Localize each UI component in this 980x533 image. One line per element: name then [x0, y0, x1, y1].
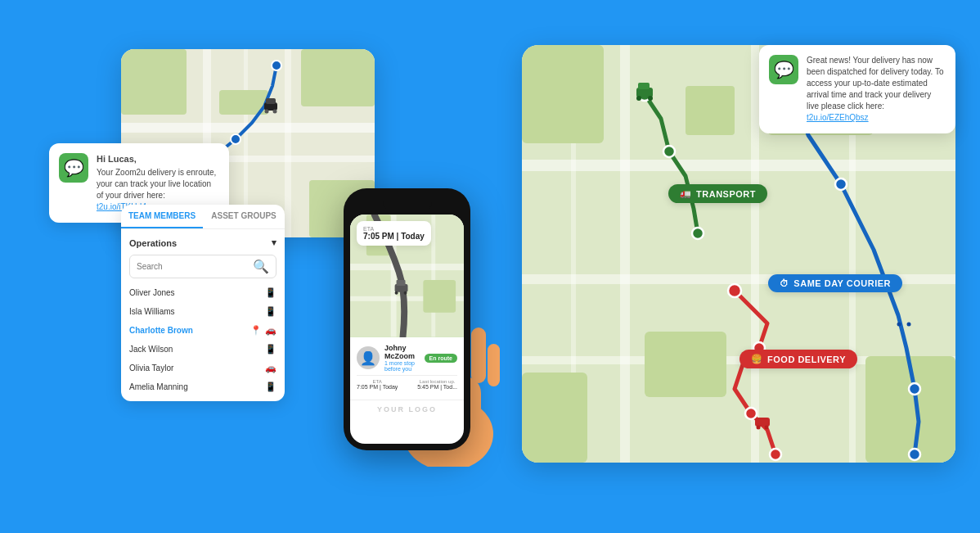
en-route-badge: En route — [425, 354, 457, 363]
food-label: 🍔 FOOD DELIVERY — [739, 350, 857, 368]
member-jack[interactable]: Jack Wilson 📱 — [129, 340, 276, 359]
sameday-label: ⏱ SAME DAY COURIER — [768, 274, 902, 292]
svg-point-64 — [395, 291, 398, 295]
svg-point-47 — [636, 96, 641, 101]
phone-screen: ETA 7:05 PM | Today 👤 Johny McZoom 1 mor… — [350, 215, 464, 444]
phone-notch — [383, 198, 432, 211]
svg-rect-16 — [266, 98, 276, 104]
svg-rect-46 — [638, 83, 650, 89]
svg-point-51 — [907, 323, 911, 327]
svg-rect-59 — [431, 215, 435, 337]
svg-point-18 — [273, 110, 277, 114]
phone-container: ETA 7:05 PM | Today 👤 Johny McZoom 1 mor… — [344, 188, 483, 450]
driver-info: Johny McZoom 1 more stop before you — [384, 344, 420, 372]
transport-label: 🚛 TRANSPORT — [668, 184, 767, 203]
member-oliver[interactable]: Oliver Jones 📱 — [129, 283, 276, 302]
svg-point-50 — [897, 323, 901, 327]
svg-rect-30 — [645, 332, 726, 397]
sameday-icon: ⏱ — [780, 278, 789, 288]
tab-team-members[interactable]: TEAM MEMBERS — [121, 205, 203, 228]
transport-icon: 🚛 — [680, 188, 692, 199]
svg-rect-7 — [301, 49, 375, 106]
member-isla[interactable]: Isla Williams 📱 — [129, 302, 276, 321]
svg-rect-32 — [686, 86, 735, 135]
phone-map: ETA 7:05 PM | Today — [350, 215, 464, 337]
svg-point-37 — [835, 178, 847, 190]
svg-point-17 — [265, 110, 269, 114]
svg-point-65 — [404, 291, 407, 295]
food-icon: 🍔 — [751, 354, 763, 364]
section-header: Operations ▾ — [129, 234, 276, 251]
svg-point-39 — [909, 383, 920, 395]
svg-point-34 — [663, 146, 675, 157]
car-icon: 🚗 — [265, 363, 276, 373]
svg-point-40 — [909, 449, 920, 460]
svg-rect-27 — [522, 45, 604, 143]
phone-icon: 📱 — [265, 287, 276, 298]
phone-frame: ETA 7:05 PM | Today 👤 Johny McZoom 1 mor… — [344, 188, 470, 450]
svg-point-12 — [231, 134, 241, 144]
member-amelia[interactable]: Amelia Manning 📱 — [129, 377, 276, 396]
member-charlotte[interactable]: Charlotte Brown 📍 🚗 — [129, 321, 276, 340]
car-icon: 🚗 — [265, 325, 276, 336]
member-olivia[interactable]: Olivia Taylor 🚗 — [129, 359, 276, 377]
svg-rect-29 — [522, 373, 587, 463]
phone-icon: 📱 — [265, 382, 276, 392]
right-notif-text: Great news! Your delivery has now been d… — [807, 55, 946, 124]
svg-rect-61 — [423, 280, 456, 313]
avatar: 👤 — [357, 346, 380, 369]
svg-point-35 — [692, 228, 704, 239]
phone-logo: YOUR LOGO — [350, 400, 464, 418]
svg-rect-23 — [620, 45, 630, 463]
driver-row: 👤 Johny McZoom 1 more stop before you En… — [357, 344, 457, 372]
svg-point-54 — [765, 426, 769, 430]
svg-point-11 — [272, 61, 281, 70]
svg-point-44 — [770, 449, 781, 460]
driver-section: 👤 Johny McZoom 1 more stop before you En… — [350, 337, 464, 400]
pin-icon: 📍 — [250, 325, 262, 336]
phone-icon: 📱 — [265, 344, 276, 355]
tab-asset-groups[interactable]: ASSET GROUPS — [203, 205, 285, 228]
eta-box: ETA 7:05 PM | Today — [357, 221, 431, 246]
team-panel: TEAM MEMBERS ASSET GROUPS Operations ▾ 🔍… — [121, 205, 285, 401]
svg-rect-52 — [755, 418, 770, 427]
svg-point-43 — [745, 408, 757, 419]
stat-eta: ETA 7:05 PM | Today — [357, 379, 398, 390]
phone-stats: ETA 7:05 PM | Today Last location up. 5:… — [357, 375, 457, 393]
svg-point-41 — [728, 284, 741, 297]
search-input[interactable] — [137, 262, 249, 271]
search-box[interactable]: 🔍 — [129, 255, 276, 278]
stat-location: Last location up. 5:45 PM | Tod... — [417, 379, 457, 390]
right-notification: 💬 Great news! Your delivery has now been… — [759, 45, 955, 133]
team-section: Operations ▾ 🔍 Oliver Jones 📱 Isla Willi… — [121, 229, 285, 401]
team-tabs: TEAM MEMBERS ASSET GROUPS — [121, 205, 285, 229]
chevron-down-icon[interactable]: ▾ — [272, 237, 276, 248]
svg-rect-56 — [350, 264, 464, 270]
svg-rect-4 — [285, 49, 291, 237]
svg-rect-63 — [397, 280, 406, 286]
svg-rect-71 — [488, 344, 500, 386]
svg-point-53 — [757, 426, 761, 430]
svg-rect-20 — [522, 160, 955, 171]
svg-point-48 — [648, 96, 653, 101]
search-icon: 🔍 — [253, 259, 269, 274]
svg-rect-24 — [751, 45, 759, 463]
svg-rect-6 — [121, 49, 187, 115]
right-notif-icon: 💬 — [769, 55, 798, 84]
left-notif-icon: 💬 — [59, 153, 88, 183]
phone-icon: 📱 — [265, 306, 276, 317]
